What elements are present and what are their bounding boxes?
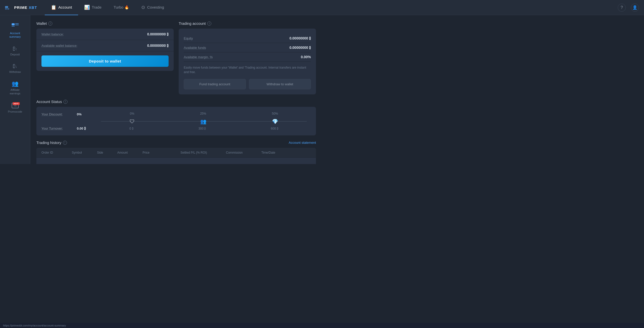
col-timedate: Time/Date [261, 151, 311, 154]
trading-history-card: Order ID Symbol Side Amount Price Settle… [36, 148, 316, 164]
tier-icon-2: 💎 [272, 118, 278, 125]
trading-account-title: Trading account i [179, 21, 316, 26]
available-margin-value: 0.00% [301, 55, 311, 59]
nav-tabs: 📋 Account 📊 Trade Turbo 🔥 ⊙ Covesting [45, 0, 322, 15]
layout: Account summary ₿↑ Deposit ₿↓ Withdraw 👥… [0, 15, 322, 164]
nav-tab-turbo-label: Turbo 🔥 [114, 5, 129, 10]
account-statement-link[interactable]: Account statement [289, 141, 316, 145]
sidebar-item-deposit[interactable]: ₿↑ Deposit [0, 43, 30, 59]
available-margin-label: Available margin, % [184, 55, 213, 59]
tier-icon-row: 🛡 👥 💎 [41, 118, 311, 125]
withdraw-to-wallet-button[interactable]: Withdraw to wallet [249, 79, 311, 89]
col-commission: Commission [226, 151, 261, 154]
tier-icon-group: 👥 [200, 118, 206, 125]
col-order-id: Order ID [41, 151, 72, 154]
tier-icon-0: 🛡 [130, 119, 135, 125]
nav-tab-trade[interactable]: 📊 Trade [78, 0, 108, 15]
turnover-label: Your Turnover: [41, 127, 77, 130]
account-status-section: Account Status i Your Discount: 0% 0% 25… [36, 99, 316, 135]
sidebar-item-affiliate-label: Affiliate earnings [10, 88, 20, 95]
trading-history-title: Trading history i [36, 140, 67, 145]
svg-rect-2 [7, 8, 9, 10]
col-settled: Settled P/L (% ROI) [180, 151, 226, 154]
sidebar-item-deposit-label: Deposit [10, 53, 20, 56]
covesting-icon: ⊙ [141, 5, 145, 10]
header: PRIME XBT 📋 Account 📊 Trade Turbo 🔥 ⊙ Co… [0, 0, 322, 15]
wallet-card: Wallet balance: 0.00000000 ₿ Available w… [36, 29, 174, 71]
equity-label: Equity [184, 36, 193, 40]
available-funds-value: 0.00000000 ₿ [289, 46, 311, 50]
trading-account-info-icon[interactable]: i [207, 22, 211, 26]
wallet-title: Wallet i [36, 21, 174, 26]
equity-value: 0.00000000 ₿ [289, 36, 311, 40]
available-wallet-balance-row: Available wallet balance: 0.00000000 ₿ [36, 40, 174, 51]
sidebar-item-promocode[interactable]: % HOT! Promocode [0, 100, 30, 116]
sidebar: Account summary ₿↑ Deposit ₿↓ Withdraw 👥… [0, 15, 30, 164]
tier-pct-1: 25% [200, 112, 206, 115]
action-buttons: Fund trading account Withdraw to wallet [184, 79, 311, 89]
wallet-info-icon[interactable]: i [48, 22, 52, 26]
account-status-title: Account Status i [36, 99, 316, 104]
equity-row: Equity 0.00000000 ₿ [184, 34, 311, 43]
nav-tab-turbo[interactable]: Turbo 🔥 [108, 0, 135, 15]
col-price: Price [143, 151, 180, 154]
hot-badge: HOT! [13, 102, 20, 105]
tier-icon-shield: 🛡 [130, 119, 135, 125]
deposit-icon: ₿↑ [13, 46, 17, 51]
tier-btc-2: 600 ₿ [271, 127, 279, 130]
logo: PRIME XBT [5, 5, 37, 10]
svg-rect-1 [5, 8, 7, 10]
wallet-balance-label: Wallet balance: [41, 32, 64, 36]
col-amount: Amount [117, 151, 143, 154]
nav-tab-trade-label: Trade [92, 5, 102, 9]
sidebar-item-account-summary[interactable]: Account summary [0, 20, 30, 42]
wallet-balance-row: Wallet balance: 0.00000000 ₿ [36, 29, 174, 40]
trading-history-section: Trading history i Account statement Orde… [36, 140, 316, 164]
tier-icon-bar: 🛡 👥 💎 [97, 118, 311, 125]
tier-pct-0: 0% [130, 112, 134, 115]
nav-tab-account-label: Account [58, 5, 72, 9]
tier-icon-diamond: 💎 [272, 118, 278, 125]
svg-rect-0 [5, 6, 8, 8]
tier-btc-0: 0 ₿ [129, 127, 134, 130]
discount-value: 0% [77, 112, 97, 116]
logo-icon [5, 5, 13, 10]
account-status-info-icon[interactable]: i [63, 100, 67, 104]
nav-tab-covesting[interactable]: ⊙ Covesting [135, 0, 170, 15]
turnover-row: Your Turnover: 0.00 ₿ 0 ₿ 300 ₿ 600 ₿ [41, 126, 311, 131]
available-wallet-balance-value: 0.00000000 ₿ [147, 44, 169, 48]
promocode-icon-wrap: % HOT! [12, 103, 19, 108]
col-side: Side [97, 151, 117, 154]
table-empty-message: Nothing to display [36, 158, 316, 164]
svg-rect-5 [15, 23, 19, 24]
available-margin-row: Available margin, % 0.00% [184, 52, 311, 62]
available-wallet-balance-label: Available wallet balance: [41, 44, 77, 48]
sidebar-item-withdraw-label: Withdraw [9, 70, 21, 74]
wallet-balance-value: 0.00000000 ₿ [147, 32, 169, 36]
wallet-section: Wallet i Wallet balance: 0.00000000 ₿ Av… [36, 21, 174, 94]
account-summary-icon [12, 23, 19, 30]
tier-pct-2: 50% [272, 112, 278, 115]
svg-rect-4 [12, 26, 15, 27]
sidebar-item-affiliate[interactable]: 👥 Affiliate earnings [0, 78, 30, 98]
tier-btc-markers: 0 ₿ 300 ₿ 600 ₿ [97, 127, 311, 130]
nav-tab-account[interactable]: 📋 Account [45, 0, 78, 15]
svg-rect-6 [15, 25, 19, 25]
fund-trading-account-button[interactable]: Fund trading account [184, 79, 246, 89]
nav-tab-covesting-label: Covesting [147, 5, 164, 9]
trading-account-card: Equity 0.00000000 ₿ Available funds 0.00… [179, 29, 316, 94]
sidebar-item-withdraw[interactable]: ₿↓ Withdraw [0, 60, 30, 77]
trading-history-header: Trading history i Account statement [36, 140, 316, 145]
deposit-to-wallet-button[interactable]: Deposit to wallet [41, 55, 169, 67]
svg-rect-3 [12, 23, 15, 25]
withdraw-icon: ₿↓ [13, 64, 17, 69]
main-content: Wallet i Wallet balance: 0.00000000 ₿ Av… [30, 15, 322, 164]
deposit-btn-container: Deposit to wallet [36, 51, 174, 71]
col-symbol: Symbol [72, 151, 97, 154]
account-icon: 📋 [51, 5, 56, 10]
trading-account-section: Trading account i Equity 0.00000000 ₿ Av… [179, 21, 316, 94]
trading-history-info-icon[interactable]: i [63, 141, 67, 145]
discount-label: Your Discount: [41, 112, 77, 116]
affiliate-icon: 👥 [12, 81, 18, 87]
logo-text: PRIME XBT [14, 5, 37, 10]
